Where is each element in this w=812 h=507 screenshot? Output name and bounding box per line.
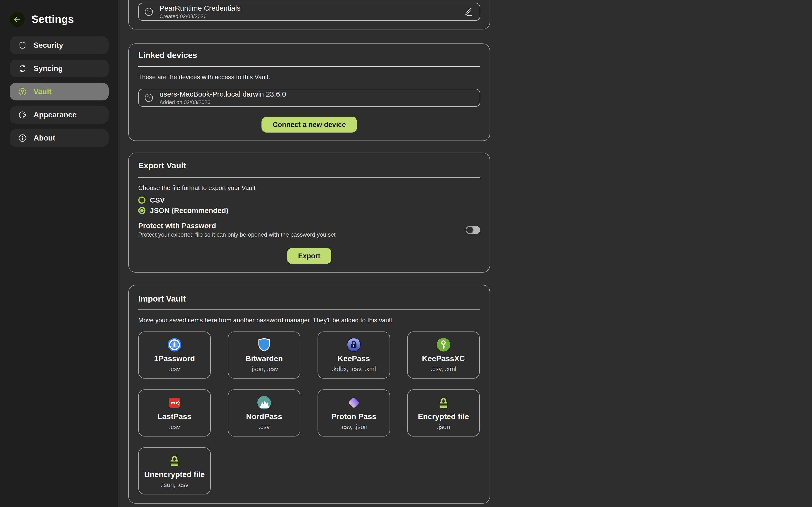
divider bbox=[138, 177, 480, 178]
import-tile-encrypted-file[interactable]: Encrypted file .json bbox=[407, 389, 480, 437]
encrypted-lock-icon bbox=[436, 395, 451, 410]
sidebar: Settings Security Syncing bbox=[0, 0, 118, 507]
device-row[interactable]: users-MacBook-Pro.local darwin 23.6.0 Ad… bbox=[138, 89, 480, 107]
import-sources-grid: 1Password .csv Bitwarden .json, .csv bbox=[138, 332, 480, 495]
info-icon bbox=[18, 134, 27, 143]
export-button[interactable]: Export bbox=[287, 248, 332, 264]
sidebar-item-label: Security bbox=[34, 41, 63, 50]
device-name: users-MacBook-Pro.local darwin 23.6.0 bbox=[159, 90, 286, 99]
toggle-knob bbox=[466, 226, 474, 234]
sidebar-item-label: Syncing bbox=[34, 64, 63, 73]
radio-icon[interactable] bbox=[138, 196, 146, 204]
sidebar-item-label: Vault bbox=[34, 88, 51, 96]
nordpass-icon bbox=[257, 395, 271, 410]
bitwarden-icon bbox=[257, 337, 271, 352]
import-tile-bitwarden[interactable]: Bitwarden .json, .csv bbox=[228, 332, 300, 379]
credential-row[interactable]: PearRuntime Credentials Created 02/03/20… bbox=[138, 3, 480, 21]
page-title: Settings bbox=[32, 13, 74, 25]
divider bbox=[138, 309, 480, 309]
1password-icon bbox=[167, 337, 182, 352]
linked-devices-card: Linked devices These are the devices wit… bbox=[128, 44, 490, 141]
radio-option-json[interactable]: JSON (Recommended) bbox=[138, 207, 229, 215]
settings-window: Settings Security Syncing bbox=[0, 0, 812, 507]
radio-label: CSV bbox=[150, 196, 165, 204]
keepass-icon bbox=[347, 337, 361, 352]
radio-option-csv[interactable]: CSV bbox=[138, 196, 165, 204]
protect-with-password-row: Protect with Password Protect your expor… bbox=[138, 222, 480, 238]
credentials-card: PearRuntime Credentials Created 02/03/20… bbox=[128, 0, 490, 30]
import-tile-lastpass[interactable]: LastPass .csv bbox=[138, 389, 211, 437]
divider bbox=[138, 66, 480, 67]
sidebar-item-vault[interactable]: Vault bbox=[10, 83, 109, 101]
sidebar-item-about[interactable]: About bbox=[10, 129, 109, 147]
sync-icon bbox=[18, 64, 27, 73]
shield-icon bbox=[18, 41, 27, 50]
sidebar-item-label: About bbox=[34, 134, 55, 143]
radio-label: JSON (Recommended) bbox=[150, 207, 229, 215]
export-vault-title: Export Vault bbox=[138, 153, 480, 170]
sidebar-item-security[interactable]: Security bbox=[10, 37, 109, 54]
vault-key-icon bbox=[18, 88, 27, 96]
unencrypted-lock-icon bbox=[167, 453, 182, 468]
settings-content: PearRuntime Credentials Created 02/03/20… bbox=[118, 0, 812, 507]
protonpass-icon bbox=[347, 395, 361, 410]
keepassxc-icon bbox=[436, 337, 451, 352]
credential-created: Created 02/03/2026 bbox=[159, 13, 241, 19]
palette-icon bbox=[18, 111, 27, 119]
export-format-label: Choose the file format to export your Va… bbox=[138, 184, 480, 192]
sidebar-item-label: Appearance bbox=[34, 111, 77, 119]
import-vault-card: Import Vault Move your saved items here … bbox=[128, 285, 490, 504]
import-vault-title: Import Vault bbox=[138, 285, 480, 303]
key-icon bbox=[144, 7, 154, 17]
protect-password-title: Protect with Password bbox=[138, 222, 336, 230]
credential-name: PearRuntime Credentials bbox=[159, 4, 241, 12]
linked-devices-title: Linked devices bbox=[138, 44, 480, 60]
import-tile-nordpass[interactable]: NordPass .csv bbox=[228, 389, 300, 437]
import-tile-unencrypted-file[interactable]: Unencrypted file .json, .csv bbox=[138, 447, 211, 495]
lastpass-icon bbox=[167, 395, 182, 410]
linked-devices-description: These are the devices with access to thi… bbox=[138, 73, 480, 81]
protect-password-toggle[interactable] bbox=[466, 226, 480, 234]
protect-password-description: Protect your exported file so it can onl… bbox=[138, 231, 336, 238]
import-vault-description: Move your saved items here from another … bbox=[138, 317, 480, 324]
edit-icon[interactable] bbox=[463, 6, 473, 18]
export-vault-card: Export Vault Choose the file format to e… bbox=[128, 153, 490, 273]
sidebar-nav: Security Syncing Vault bbox=[10, 37, 118, 147]
import-tile-protonpass[interactable]: Proton Pass .csv, .json bbox=[317, 389, 390, 437]
device-added: Added on 02/03/2026 bbox=[159, 99, 286, 106]
connect-device-button[interactable]: Connect a new device bbox=[261, 117, 357, 132]
import-tile-1password[interactable]: 1Password .csv bbox=[138, 332, 211, 379]
arrow-left-icon bbox=[13, 15, 21, 23]
back-button[interactable] bbox=[10, 12, 24, 27]
import-tile-keepassxc[interactable]: KeePassXC .csv, .xml bbox=[407, 332, 480, 379]
import-tile-keepass[interactable]: KeePass .kdbx, .csv, .xml bbox=[317, 332, 390, 379]
key-icon bbox=[144, 93, 154, 103]
sidebar-item-syncing[interactable]: Syncing bbox=[10, 60, 109, 77]
sidebar-item-appearance[interactable]: Appearance bbox=[10, 106, 109, 124]
sidebar-header: Settings bbox=[10, 12, 118, 27]
radio-icon[interactable] bbox=[138, 207, 146, 214]
